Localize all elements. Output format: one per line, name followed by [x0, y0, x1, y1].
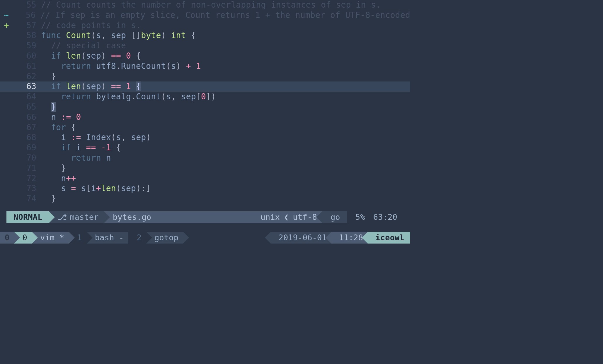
code-content[interactable]: }: [40, 163, 410, 174]
tmux-session-indicator[interactable]: 0: [0, 232, 14, 244]
vim-editor[interactable]: 55// Count counts the number of non-over…: [0, 0, 410, 204]
code-line[interactable]: 61 return utf8.RuneCount(s) + 1: [0, 61, 410, 72]
tmux-window-name[interactable]: bash -: [87, 232, 129, 244]
line-number: 62: [13, 72, 40, 82]
code-line[interactable]: 64 return bytealg.Count(s, sep[0]): [0, 92, 410, 102]
encoding-segment: unix ❮ utf-8: [255, 211, 322, 223]
code-content[interactable]: // special case: [40, 41, 410, 51]
code-line[interactable]: 58func Count(s, sep []byte) int {: [0, 30, 410, 41]
fileformat: unix: [260, 212, 280, 222]
code-content[interactable]: func Count(s, sep []byte) int {: [40, 30, 410, 41]
line-number: 65: [13, 102, 40, 112]
code-content[interactable]: if len(sep) == 1 {: [40, 81, 410, 92]
code-line[interactable]: 69 if i == -1 {: [0, 143, 410, 153]
code-content[interactable]: // code points in s.: [40, 21, 410, 31]
code-content[interactable]: i := Index(s, sep): [40, 132, 410, 143]
code-line[interactable]: 63 if len(sep) == 1 {: [0, 81, 410, 92]
filename-segment: bytes.go: [104, 211, 157, 223]
branch-icon: ⎇: [58, 212, 67, 222]
tmux-hostname: iceowl: [368, 232, 410, 244]
code-content[interactable]: return bytealg.Count(s, sep[0]): [40, 92, 410, 102]
encoding: utf-8: [293, 212, 317, 222]
filetype-segment: go: [322, 211, 347, 223]
code-content[interactable]: if i == -1 {: [40, 143, 410, 153]
code-content[interactable]: return n: [40, 153, 410, 163]
line-number: 59: [13, 41, 40, 51]
line-number: 64: [13, 92, 40, 102]
code-content[interactable]: return utf8.RuneCount(s) + 1: [40, 61, 410, 72]
code-line[interactable]: 60 if len(sep) == 0 {: [0, 51, 410, 61]
code-line[interactable]: 65 }: [0, 102, 410, 112]
code-line[interactable]: 73 s = s[i+len(sep):]: [0, 183, 410, 194]
code-line[interactable]: +57// code points in s.: [0, 21, 410, 31]
line-number: 69: [13, 143, 40, 153]
tmux-statusbar: 0 0vim *1bash -2gotop 2019-06-01 11:28 i…: [0, 232, 410, 244]
airline-statusline: NORMAL ⎇ master bytes.go unix ❮ utf-8 go…: [6, 211, 404, 223]
git-branch-segment: ⎇ master: [49, 211, 104, 223]
code-line[interactable]: 67 for {: [0, 123, 410, 133]
line-number: 70: [13, 153, 40, 163]
code-content[interactable]: s = s[i+len(sep):]: [40, 183, 410, 194]
code-line[interactable]: ~56// If sep is an empty slice, Count re…: [0, 10, 410, 21]
line-number: 55: [13, 0, 40, 10]
line-number: 71: [13, 163, 40, 174]
line-number: 56: [13, 10, 40, 21]
line-number: 58: [13, 30, 40, 41]
git-branch-name: master: [70, 212, 99, 222]
code-content[interactable]: }: [40, 194, 410, 204]
tmux-window-index[interactable]: 2: [128, 232, 146, 244]
tmux-date: 2019-06-01: [271, 232, 331, 244]
line-number: 72: [13, 174, 40, 184]
line-number: 74: [13, 194, 40, 204]
code-content[interactable]: }: [40, 102, 410, 112]
sign-column: +: [0, 21, 13, 31]
chevron-left-icon: ❮: [284, 212, 289, 222]
line-number: 67: [13, 123, 40, 133]
line-number: 63: [13, 81, 40, 92]
line-number: 60: [13, 51, 40, 61]
code-line[interactable]: 62 }: [0, 72, 410, 82]
code-content[interactable]: }: [40, 72, 410, 82]
line-number: 73: [13, 183, 40, 194]
tmux-window-list: 0vim *1bash -2gotop: [14, 232, 183, 244]
code-content[interactable]: if len(sep) == 0 {: [40, 51, 410, 61]
line-number: 61: [13, 61, 40, 72]
code-line[interactable]: 72 n++: [0, 174, 410, 184]
code-line[interactable]: 66 n := 0: [0, 112, 410, 123]
code-content[interactable]: // If sep is an empty slice, Count retur…: [40, 10, 410, 21]
code-line[interactable]: 74 }: [0, 194, 410, 204]
code-line[interactable]: 55// Count counts the number of non-over…: [0, 0, 410, 10]
line-number: 57: [13, 21, 40, 31]
code-content[interactable]: n++: [40, 174, 410, 184]
code-line[interactable]: 70 return n: [0, 153, 410, 163]
terminal-window[interactable]: 55// Count counts the number of non-over…: [0, 0, 410, 248]
mode-indicator: NORMAL: [6, 211, 49, 223]
code-line[interactable]: 68 i := Index(s, sep): [0, 132, 410, 143]
code-content[interactable]: for {: [40, 123, 410, 133]
position-segment: 63:20: [373, 211, 404, 223]
code-line[interactable]: 71 }: [0, 163, 410, 174]
line-number: 68: [13, 132, 40, 143]
line-number: 66: [13, 112, 40, 123]
sign-column: ~: [0, 10, 13, 21]
code-line[interactable]: 59 // special case: [0, 41, 410, 51]
code-content[interactable]: n := 0: [40, 112, 410, 123]
code-content[interactable]: // Count counts the number of non-overla…: [40, 0, 410, 10]
percent-segment: 5%: [347, 211, 373, 223]
